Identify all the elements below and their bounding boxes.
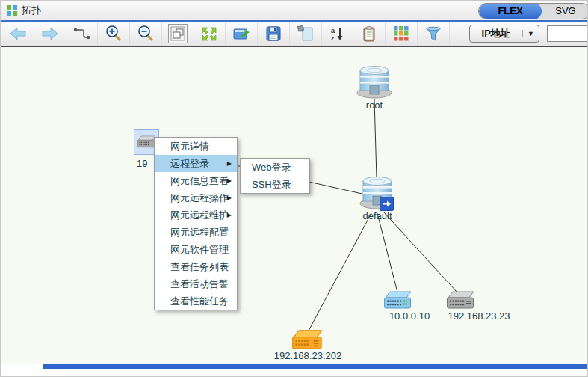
filter-funnel-icon [424, 25, 442, 42]
view-toggle: FLEX SVG [478, 3, 588, 19]
task-list-clipboard-icon [360, 25, 378, 43]
view-toggle-flex[interactable]: FLEX [479, 3, 542, 19]
zoom-out-button[interactable] [130, 22, 162, 45]
chevron-down-icon: ▼ [522, 30, 539, 37]
menu-item-ne-remote-operation[interactable]: 网元远程操作 ▶ [155, 189, 237, 206]
node-label-192-168-23-202: 192.168.23.202 [263, 350, 353, 361]
zoom-in-button[interactable] [98, 22, 130, 45]
zoom-in-icon [105, 25, 123, 43]
node-root[interactable] [355, 64, 394, 102]
topology-edges [1, 47, 588, 375]
subnet-building-icon [355, 64, 394, 99]
submenu-arrow-icon: ▶ [227, 206, 232, 224]
node-label-192-168-23-23: 192.168.23.23 [443, 310, 515, 322]
node-label-10-0-0-10: 10.0.0.10 [380, 310, 439, 322]
context-menu: 网元详情 远程登录 ▶ 网元信息查看 ▶ 网元远程操作 ▶ 网元远程维护 ▶ 网… [154, 137, 238, 310]
forward-button[interactable] [34, 22, 66, 45]
menu-item-ne-details[interactable]: 网元详情 [155, 138, 237, 155]
menu-item-label: 网元信息查看 [170, 175, 229, 186]
node-status-badge [380, 197, 394, 211]
topology-grid-icon [7, 5, 17, 16]
menu-item-view-active-alarms[interactable]: 查看活动告警 [155, 275, 237, 292]
back-arrow-icon [8, 25, 28, 42]
search-type-label: IP地址 [470, 27, 522, 40]
menu-item-ne-remote-maintenance[interactable]: 网元远程维护 ▶ [155, 206, 237, 224]
legend-button[interactable] [386, 22, 418, 45]
fit-content-icon [200, 25, 218, 42]
menu-item-ne-software-mgmt[interactable]: 网元软件管理 [155, 241, 237, 258]
toolbar: a z [1, 22, 587, 47]
svg-text:z: z [331, 34, 335, 42]
menu-item-label: 网元远程操作 [170, 192, 229, 203]
fit-content-button[interactable] [194, 22, 226, 45]
router-icon [291, 329, 324, 352]
search-type-dropdown[interactable]: IP地址 ▼ [469, 25, 539, 43]
link-path-icon [72, 25, 91, 42]
bottom-strip [1, 364, 588, 375]
menu-item-view-performance-tasks[interactable]: 查看性能任务 [155, 292, 237, 310]
submenu-arrow-icon: ▶ [227, 189, 232, 206]
legend-grid-icon [393, 25, 409, 42]
sort-az-icon: a z [328, 25, 346, 43]
view-toggle-svg[interactable]: SVG [542, 3, 588, 19]
menu-item-ne-remote-config[interactable]: 网元远程配置 [155, 224, 237, 241]
submenu-item-web-login[interactable]: Web登录 [241, 159, 309, 176]
svg-text:a: a [331, 27, 335, 34]
menu-item-label: 远程登录 [170, 158, 209, 169]
node-label-default: default [347, 210, 407, 221]
switch-icon [383, 291, 413, 310]
filter-button[interactable] [418, 22, 450, 45]
save-icon [264, 25, 282, 43]
bottom-scroll-bar[interactable] [43, 364, 588, 369]
task-list-button[interactable] [353, 22, 386, 45]
menu-item-view-task-list[interactable]: 查看任务列表 [155, 258, 237, 275]
overview-window-icon [169, 25, 187, 43]
set-background-button[interactable] [290, 22, 322, 45]
search-input[interactable] [547, 25, 587, 42]
submenu-item-ssh-login[interactable]: SSH登录 [241, 176, 309, 193]
export-image-icon [232, 25, 251, 42]
node-label-root: root [344, 99, 404, 111]
menu-item-label: 网元远程维护 [170, 209, 229, 221]
back-button[interactable] [2, 22, 34, 45]
menu-item-remote-login[interactable]: 远程登录 ▶ [155, 155, 237, 172]
submenu-arrow-icon: ▶ [227, 172, 232, 189]
title-bar: 拓扑 FLEX SVG [1, 1, 587, 22]
arrow-right-icon [382, 199, 392, 209]
menu-item-ne-info-view[interactable]: 网元信息查看 ▶ [155, 172, 237, 189]
zoom-out-icon [137, 25, 155, 43]
save-button[interactable] [258, 22, 290, 45]
export-image-button[interactable] [226, 22, 258, 45]
remote-login-submenu: Web登录 SSH登录 [240, 158, 310, 194]
submenu-arrow-icon: ▶ [227, 155, 232, 172]
forward-arrow-icon [40, 25, 60, 42]
topology-canvas[interactable]: root default [1, 47, 588, 375]
overview-window-button[interactable] [162, 22, 194, 45]
link-path-button[interactable] [66, 22, 99, 45]
sort-button[interactable]: a z [322, 22, 354, 45]
switch-icon [446, 291, 476, 310]
page-title: 拓扑 [22, 4, 41, 17]
set-background-icon [297, 25, 315, 43]
topology-window: 拓扑 FLEX SVG [0, 0, 588, 377]
